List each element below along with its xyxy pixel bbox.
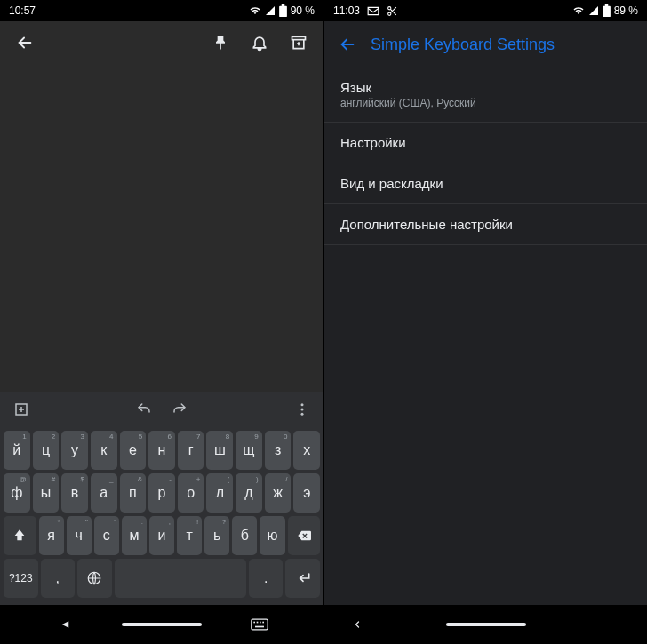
letter-key[interactable]: к4 [91, 431, 117, 470]
settings-list: Языканглийский (США), РусскийНастройкиВи… [324, 68, 647, 245]
letter-key[interactable]: ш8 [206, 431, 233, 470]
battery-icon [603, 4, 611, 17]
letter-key[interactable]: д) [236, 473, 262, 513]
battery-icon [279, 4, 287, 17]
nav-bar [0, 605, 324, 644]
reminder-icon[interactable] [242, 25, 277, 60]
settings-item[interactable]: Настройки [324, 123, 647, 163]
svg-point-12 [388, 6, 391, 9]
letter-key[interactable]: ю [260, 516, 284, 555]
key-hint: 1 [22, 433, 26, 441]
letter-key[interactable]: р- [148, 473, 175, 513]
letter-key[interactable]: ф@ [4, 473, 30, 513]
letter-key[interactable]: я* [39, 516, 64, 555]
settings-empty-area [324, 245, 647, 644]
nav-back-button[interactable] [339, 607, 375, 642]
letter-key[interactable]: г7 [178, 431, 204, 470]
status-battery-pct: 90 % [291, 4, 315, 17]
svg-rect-9 [260, 622, 261, 624]
nav-bar [324, 605, 647, 644]
letter-key[interactable]: о+ [178, 473, 204, 513]
letter-key[interactable]: ч" [67, 516, 92, 555]
key-hint: & [138, 475, 142, 483]
status-bar: 10:57 90 % [0, 0, 324, 21]
letter-key[interactable]: у3 [61, 431, 88, 470]
more-icon[interactable] [286, 394, 318, 425]
signal-icon [265, 5, 276, 16]
backspace-key[interactable] [288, 516, 321, 555]
undo-icon[interactable] [128, 394, 160, 425]
back-button[interactable] [330, 27, 365, 62]
key-hint: * [58, 518, 60, 526]
period-key[interactable]: . [249, 559, 284, 598]
status-time: 11:03 [333, 4, 360, 17]
key-hint: 5 [139, 433, 142, 441]
letter-key[interactable]: а_ [91, 473, 117, 513]
svg-rect-6 [251, 619, 267, 630]
svg-rect-7 [253, 622, 255, 624]
key-hint: ( [227, 475, 229, 483]
status-left: 11:03 [333, 4, 398, 17]
settings-item[interactable]: Вид и раскладки [324, 163, 647, 204]
key-hint: 7 [196, 433, 200, 441]
letter-key[interactable]: е5 [120, 431, 147, 470]
letter-key[interactable]: ж/ [265, 473, 292, 513]
settings-item-primary: Дополнительные настройки [340, 217, 631, 232]
letter-key[interactable]: х [293, 431, 320, 470]
letter-key[interactable]: б [232, 516, 257, 555]
letter-key[interactable]: л( [206, 473, 233, 513]
letter-key[interactable]: м: [122, 516, 147, 555]
letter-key[interactable]: н6 [148, 431, 175, 470]
pin-icon[interactable] [203, 25, 238, 60]
letter-key[interactable]: и; [149, 516, 174, 555]
key-hint: : [141, 518, 143, 526]
letter-key[interactable]: ц2 [33, 431, 60, 470]
letter-key[interactable]: п& [120, 473, 147, 513]
letter-key[interactable]: в$ [61, 473, 88, 513]
letter-key[interactable]: ь? [204, 516, 229, 555]
letter-key[interactable]: с' [94, 516, 119, 555]
letter-key[interactable]: э [293, 473, 320, 513]
keyboard-row-4: ?123 , . [2, 557, 322, 600]
keyboard-row-2: ф@ы#в$а_п&р-о+л(д)ж/э [2, 472, 322, 514]
letter-key[interactable]: щ9 [236, 431, 262, 470]
svg-rect-11 [255, 626, 264, 628]
settings-item-primary: Настройки [340, 135, 631, 150]
settings-item-primary: Вид и раскладки [340, 176, 631, 191]
letter-key[interactable]: т! [177, 516, 202, 555]
key-hint: ? [222, 518, 226, 526]
key-hint: 8 [226, 433, 229, 441]
letter-key[interactable]: ы# [33, 473, 60, 513]
svg-rect-0 [292, 36, 306, 39]
svg-point-13 [388, 12, 391, 15]
nav-home-button[interactable] [446, 623, 526, 626]
language-key[interactable] [77, 559, 112, 598]
shift-key[interactable] [4, 516, 36, 555]
redo-icon[interactable] [164, 394, 196, 425]
nav-home-button[interactable] [122, 623, 202, 626]
key-hint: 2 [52, 433, 55, 441]
phone-right: 11:03 89 % Simple Keyboard Settings [324, 0, 647, 644]
letter-key[interactable]: й1 [4, 431, 30, 470]
nav-back-button[interactable] [46, 607, 82, 642]
space-key[interactable] [115, 559, 246, 598]
key-hint: 3 [80, 433, 84, 441]
settings-item[interactable]: Дополнительные настройки [324, 204, 647, 245]
svg-point-2 [301, 403, 304, 406]
key-hint: $ [80, 475, 84, 483]
symbols-key[interactable]: ?123 [4, 559, 38, 598]
back-button[interactable] [7, 25, 43, 60]
nav-keyboard-switch-button[interactable] [242, 607, 277, 642]
expand-icon[interactable] [5, 394, 37, 425]
settings-item[interactable]: Языканглийский (США), Русский [324, 68, 647, 123]
key-hint: @ [20, 475, 27, 483]
letter-key[interactable]: з0 [265, 431, 292, 470]
enter-key[interactable] [285, 559, 320, 598]
key-hint: + [196, 475, 201, 483]
key-hint: ) [256, 475, 259, 483]
status-right: 90 % [249, 4, 315, 17]
comma-key[interactable]: , [41, 559, 76, 598]
key-hint: ; [169, 518, 171, 526]
settings-app-bar: Simple Keyboard Settings [324, 21, 647, 68]
archive-icon[interactable] [281, 25, 316, 60]
